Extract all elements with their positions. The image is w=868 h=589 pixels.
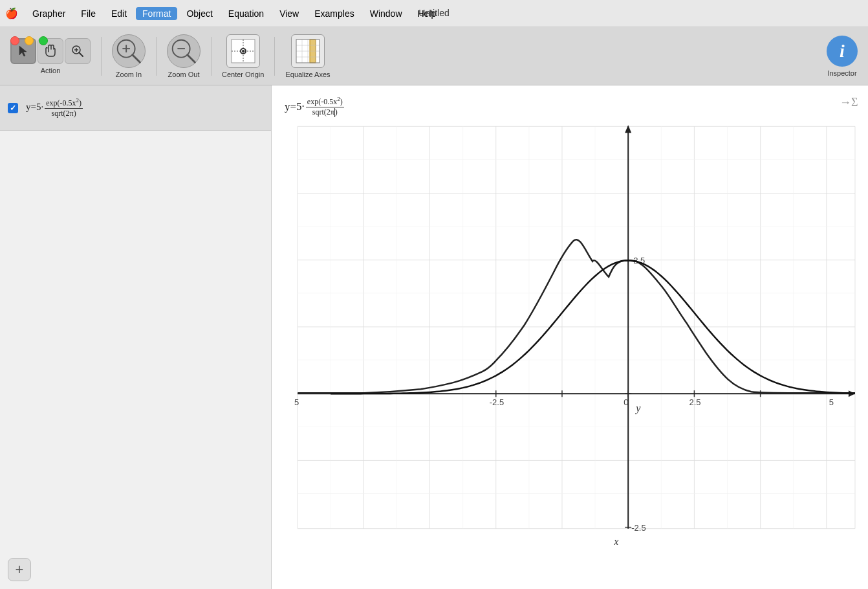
zoom-out-label: Zoom Out xyxy=(168,71,200,78)
toolbar-sep-3 xyxy=(211,37,212,76)
equation-sidebar: y=5· exp(-0.5x2) sqrt(2π) + xyxy=(0,85,272,589)
graph-canvas: x y -2.5 0 2.5 5 5 2.5 -2.5 xyxy=(272,85,868,589)
zoom-out-group: Zoom Out xyxy=(167,34,201,78)
svg-text:x: x xyxy=(613,536,618,547)
toolbar: Action Zoom In Zoom Out xyxy=(0,27,868,85)
close-button[interactable] xyxy=(10,36,19,45)
apple-menu[interactable]: 🍎 xyxy=(5,7,18,19)
traffic-lights xyxy=(10,36,48,45)
svg-text:0: 0 xyxy=(624,397,628,407)
menu-format[interactable]: Format xyxy=(136,7,177,20)
svg-point-16 xyxy=(242,50,244,52)
svg-line-11 xyxy=(188,54,195,62)
inspector-button[interactable]: i Inspector xyxy=(827,36,858,77)
zoom-in-button[interactable] xyxy=(112,34,146,68)
menu-object[interactable]: Object xyxy=(180,7,219,20)
equalize-axes-group: Equalize Axes xyxy=(285,34,330,78)
svg-text:y: y xyxy=(635,403,641,414)
svg-text:5: 5 xyxy=(294,397,299,407)
menu-window[interactable]: Window xyxy=(363,7,409,20)
svg-text:2.5: 2.5 xyxy=(689,397,700,407)
eq-denominator: sqrt(2π) xyxy=(50,109,78,118)
zoom-in-group: Zoom In xyxy=(112,34,146,78)
inspector-icon: i xyxy=(827,36,858,67)
svg-text:5: 5 xyxy=(829,397,834,407)
inspector-label: Inspector xyxy=(827,69,856,77)
zoom-select-button[interactable] xyxy=(65,38,91,64)
maximize-button[interactable] xyxy=(39,36,48,45)
add-equation-button[interactable]: + xyxy=(8,558,31,581)
graph-area[interactable]: y=5· exp(-0.5x2) sqrt(2π) →Σ xyxy=(272,85,868,589)
menu-view[interactable]: View xyxy=(273,7,305,20)
toolbar-sep-4 xyxy=(274,37,275,76)
equalize-axes-label: Equalize Axes xyxy=(285,71,330,78)
toolbar-sep-1 xyxy=(101,37,102,76)
menu-bar: 🍎 Grapher File Edit Format Object Equati… xyxy=(0,0,868,27)
svg-text:-2.5: -2.5 xyxy=(631,523,646,533)
zoom-out-button[interactable] xyxy=(167,34,201,68)
zoom-in-label: Zoom In xyxy=(116,71,142,78)
menu-examples[interactable]: Examples xyxy=(308,7,360,20)
svg-line-8 xyxy=(133,54,140,62)
svg-rect-29 xyxy=(298,126,855,528)
equation-checkbox[interactable] xyxy=(8,103,18,113)
equation-fraction: exp(-0.5x2) sqrt(2π) xyxy=(45,97,83,118)
svg-marker-0 xyxy=(19,46,27,56)
minimize-button[interactable] xyxy=(25,36,34,45)
menu-edit[interactable]: Edit xyxy=(105,7,133,20)
window-title: Untitled xyxy=(418,8,449,18)
center-origin-label: Center Origin xyxy=(222,71,264,78)
equation-list-item[interactable]: y=5· exp(-0.5x2) sqrt(2π) xyxy=(0,85,271,131)
eq-numerator: exp(-0.5x2) xyxy=(45,97,83,109)
toolbar-sep-2 xyxy=(156,37,157,76)
menu-equation[interactable]: Equation xyxy=(222,7,270,20)
menu-file[interactable]: File xyxy=(74,7,102,20)
equation-text: y=5· exp(-0.5x2) sqrt(2π) xyxy=(26,97,84,118)
svg-line-2 xyxy=(79,52,83,56)
center-origin-button[interactable] xyxy=(226,34,260,68)
equalize-axes-button[interactable] xyxy=(291,34,325,68)
main-content: y=5· exp(-0.5x2) sqrt(2π) + y=5· exp(-0.… xyxy=(0,85,868,589)
svg-text:-2.5: -2.5 xyxy=(490,397,504,407)
center-origin-group: Center Origin xyxy=(222,34,264,78)
menu-grapher[interactable]: Grapher xyxy=(26,7,72,20)
action-label: Action xyxy=(41,67,61,74)
